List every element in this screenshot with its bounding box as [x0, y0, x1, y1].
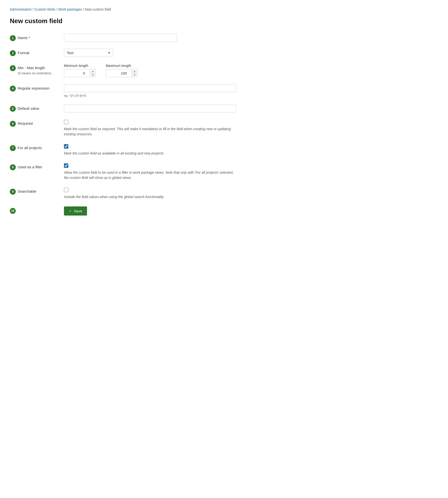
min-spinner-up[interactable]: ▲ — [90, 70, 96, 73]
step-badge-9: 9 — [10, 189, 16, 195]
field-regex: 4 Regular expression eg. ^[A-Z0-9]+$ — [10, 84, 236, 98]
field-used-as-filter: 8 Used as a filter Allow the custom fiel… — [10, 163, 236, 180]
max-length-label: Maximum length — [106, 64, 138, 68]
max-input-wrapper: ▲ ▼ — [106, 69, 138, 77]
checkmark-icon: ✓ — [69, 209, 72, 213]
default-value-input[interactable] — [64, 104, 236, 113]
step-badge-8: 8 — [10, 164, 16, 170]
field-searchable-label: Searchable — [18, 189, 36, 194]
breadcrumb-work-packages-link[interactable]: Work packages — [58, 7, 82, 11]
field-min-max-label: Min - Max length (0 means no restriction… — [18, 65, 51, 76]
searchable-checkbox[interactable] — [64, 188, 68, 192]
for-all-projects-checkbox[interactable] — [64, 144, 68, 149]
field-required-label: Required — [18, 121, 33, 126]
field-searchable: 9 Searchable Include the field values wh… — [10, 187, 236, 199]
step-badge-4: 4 — [10, 86, 16, 92]
min-length-group: Minimum length ▲ ▼ — [64, 64, 96, 77]
field-for-all-projects-label: For all projects — [18, 145, 42, 150]
breadcrumb-current: New custom field — [85, 7, 111, 11]
field-default-value-label: Default value — [18, 106, 39, 111]
max-spinner-down[interactable]: ▼ — [132, 73, 137, 77]
step-badge-6: 6 — [10, 121, 16, 127]
max-length-group: Maximum length ▲ ▼ — [106, 64, 138, 77]
searchable-description: Include the field values when using the … — [64, 194, 236, 199]
save-row: 10 ✓ Save — [10, 206, 236, 216]
for-all-projects-description: Mark the custom field as available in al… — [64, 151, 236, 156]
save-button[interactable]: ✓ Save — [64, 206, 87, 216]
name-input[interactable]: Phase — [64, 34, 177, 42]
used-as-filter-checkbox[interactable] — [64, 163, 68, 168]
min-spinner-down[interactable]: ▼ — [90, 73, 96, 77]
breadcrumb-admin-link[interactable]: Administration — [10, 7, 32, 11]
step-badge-1: 1 — [10, 35, 16, 41]
step-badge-10: 10 — [10, 208, 16, 214]
page-title: New custom field — [10, 17, 236, 25]
min-length-label: Minimum length — [64, 64, 96, 68]
required-checkbox[interactable] — [64, 120, 68, 124]
breadcrumb: Administration / Custom fields / Work pa… — [10, 7, 236, 11]
required-description: Mark the custom field as required. This … — [64, 126, 236, 137]
field-min-max: 3 Min - Max length (0 means no restricti… — [10, 64, 236, 77]
min-input-wrapper: ▲ ▼ — [64, 69, 96, 77]
field-regex-label: Regular expression — [18, 86, 49, 91]
field-used-as-filter-label: Used as a filter — [18, 164, 42, 169]
field-for-all-projects: 7 For all projects Mark the custom field… — [10, 144, 236, 156]
max-spinner: ▲ ▼ — [132, 70, 137, 77]
format-select-wrapper: Text Integer Float Date Boolean List Use… — [64, 49, 113, 57]
field-required: 6 Required Mark the custom field as requ… — [10, 119, 236, 137]
min-spinner: ▲ ▼ — [90, 70, 96, 77]
field-name-label: Name * — [18, 35, 30, 40]
step-badge-7: 7 — [10, 145, 16, 151]
field-format: 2 Format Text Integer Float Date Boolean… — [10, 49, 236, 57]
save-button-label: Save — [74, 209, 82, 213]
field-default-value: 5 Default value — [10, 104, 236, 113]
step-badge-2: 2 — [10, 50, 16, 56]
regex-hint: eg. ^[A-Z0-9]+$ — [64, 94, 236, 98]
field-format-label: Format — [18, 50, 30, 55]
step-badge-3: 3 — [10, 65, 16, 71]
format-select[interactable]: Text Integer Float Date Boolean List Use… — [64, 49, 113, 57]
breadcrumb-custom-fields-link[interactable]: Custom fields — [34, 7, 55, 11]
step-badge-5: 5 — [10, 106, 16, 112]
field-name: 1 Name * Phase — [10, 34, 236, 42]
used-as-filter-description: Allow the custom field to be used in a f… — [64, 170, 236, 180]
regex-input[interactable] — [64, 84, 236, 92]
max-spinner-up[interactable]: ▲ — [132, 70, 137, 73]
